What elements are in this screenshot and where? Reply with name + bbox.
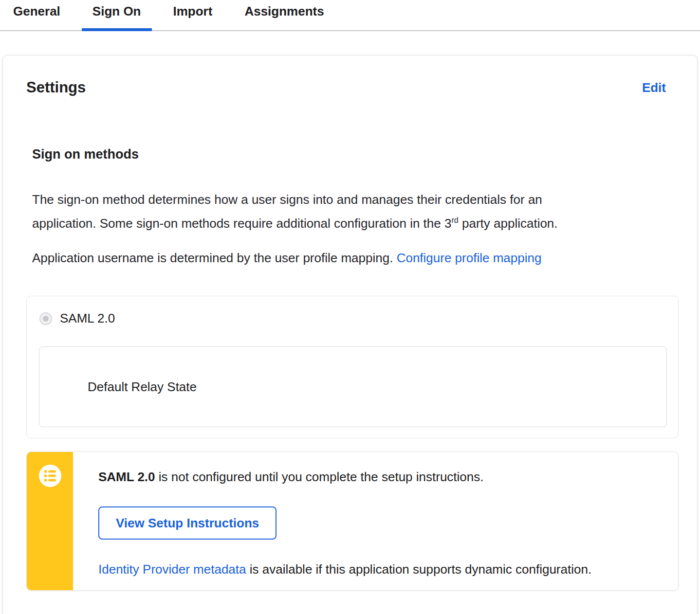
saml-method-box: SAML 2.0 Default Relay State [26, 296, 679, 438]
idp-metadata-line: Identity Provider metadata is available … [98, 561, 591, 578]
saml-radio-row: SAML 2.0 [39, 311, 678, 326]
page-title: Settings [26, 78, 86, 97]
ordinal-superscript: rd [451, 216, 458, 224]
view-setup-instructions-button[interactable]: View Setup Instructions [98, 506, 276, 540]
saml-radio-label: SAML 2.0 [60, 311, 115, 326]
tab-import[interactable]: Import [163, 0, 223, 31]
identity-provider-metadata-link[interactable]: Identity Provider metadata [98, 562, 246, 577]
settings-card-header: Settings Edit [3, 55, 697, 97]
bulleted-list-icon [39, 465, 61, 487]
edit-settings-link[interactable]: Edit [642, 80, 666, 95]
saml-radio-button[interactable] [39, 312, 52, 325]
app-tab-bar: General Sign On Import Assignments [0, 0, 700, 31]
description-line-2: application. Some sign-on methods requir… [32, 212, 668, 235]
tab-sign-on[interactable]: Sign On [82, 0, 152, 31]
sign-on-methods-heading: Sign on methods [32, 146, 697, 163]
banner-message-bold: SAML 2.0 [98, 470, 155, 484]
banner-accent-strip [27, 452, 73, 590]
settings-card: Settings Edit Sign on methods The sign-o… [2, 55, 698, 614]
banner-message: SAML 2.0 is not configured until you com… [98, 469, 591, 485]
tab-general[interactable]: General [2, 0, 71, 31]
banner-body: SAML 2.0 is not configured until you com… [73, 452, 611, 590]
saml-not-configured-banner: SAML 2.0 is not configured until you com… [26, 451, 679, 591]
default-relay-state-fieldset: Default Relay State [39, 346, 667, 427]
tab-assignments[interactable]: Assignments [234, 0, 334, 31]
description-line-2-text: application. Some sign-on methods requir… [32, 216, 451, 231]
profile-mapping-text: Application username is determined by th… [32, 251, 397, 265]
sign-on-methods-description: The sign-on method determines how a user… [32, 188, 668, 235]
profile-mapping-note: Application username is determined by th… [32, 246, 668, 270]
banner-message-rest: is not configured until you complete the… [155, 470, 484, 484]
configure-profile-mapping-link[interactable]: Configure profile mapping [397, 251, 542, 265]
default-relay-state-label: Default Relay State [88, 379, 197, 395]
description-line-2-tail: party application. [459, 216, 558, 231]
idp-metadata-rest: is available if this application support… [246, 562, 592, 577]
description-line-1: The sign-on method determines how a user… [32, 188, 668, 212]
